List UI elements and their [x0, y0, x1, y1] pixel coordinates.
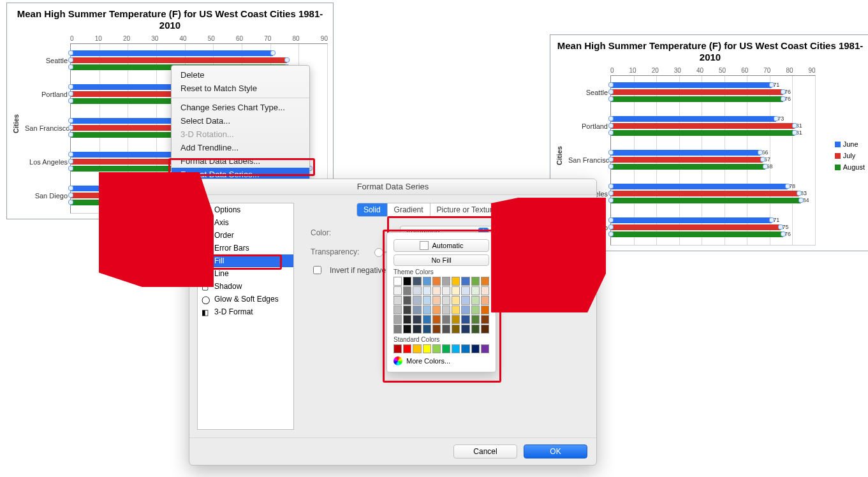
color-swatch[interactable] [442, 305, 450, 314]
color-swatch[interactable] [452, 286, 460, 295]
menu-item[interactable]: Format Data Labels... [172, 154, 309, 168]
color-swatch[interactable] [442, 277, 450, 286]
color-swatch[interactable] [452, 344, 460, 353]
color-swatch[interactable] [461, 305, 469, 314]
color-swatch[interactable] [423, 277, 431, 286]
color-swatch[interactable] [413, 277, 421, 286]
tab-gradient[interactable]: Gradient [388, 203, 430, 216]
color-swatch[interactable] [481, 286, 489, 295]
bar[interactable]: 76 [611, 96, 783, 102]
color-swatch[interactable] [403, 296, 411, 305]
color-swatch[interactable] [394, 344, 402, 353]
color-swatch[interactable] [481, 296, 489, 305]
color-swatch[interactable] [452, 296, 460, 305]
color-swatch[interactable] [452, 305, 460, 314]
color-swatch[interactable] [423, 325, 431, 334]
bar[interactable]: 67 [611, 157, 763, 163]
menu-item[interactable]: Select Data... [172, 114, 309, 128]
bar[interactable]: 83 [611, 191, 799, 196]
color-swatch[interactable] [413, 305, 421, 314]
bar[interactable]: 71 [611, 217, 772, 223]
bar[interactable]: 76 [611, 231, 783, 237]
color-swatch[interactable] [432, 286, 441, 295]
color-swatch[interactable] [413, 325, 421, 334]
color-swatch[interactable] [394, 296, 402, 305]
color-swatch[interactable] [461, 277, 469, 286]
color-swatch[interactable] [481, 277, 489, 286]
bar[interactable]: 81 [611, 130, 795, 136]
color-swatch[interactable] [413, 315, 421, 324]
standard-colors-row[interactable] [394, 344, 489, 353]
color-swatch[interactable] [461, 286, 469, 295]
menu-item[interactable]: Reset to Match Style [172, 82, 309, 95]
color-swatch[interactable] [413, 286, 421, 295]
color-swatch[interactable] [432, 277, 441, 286]
color-swatch[interactable] [471, 305, 480, 314]
color-swatch[interactable] [471, 344, 480, 353]
bar[interactable] [71, 57, 287, 63]
plot-area[interactable]: 717676738181666768788384717576 [610, 75, 816, 246]
color-swatch[interactable] [481, 325, 489, 334]
color-swatch[interactable] [423, 315, 431, 324]
bar[interactable]: 84 [611, 198, 801, 203]
color-swatch[interactable] [432, 325, 441, 334]
color-swatch[interactable] [423, 296, 431, 305]
color-swatch[interactable] [471, 277, 480, 286]
color-swatch[interactable] [461, 296, 469, 305]
cancel-button[interactable]: Cancel [453, 444, 517, 459]
bar[interactable]: 73 [611, 116, 776, 122]
color-swatch[interactable] [413, 344, 421, 353]
nofill-button[interactable]: No Fill [394, 254, 489, 266]
more-colors-button[interactable]: More Colors... [394, 354, 489, 368]
color-swatch[interactable] [413, 296, 421, 305]
bar[interactable]: 81 [611, 123, 795, 129]
bar[interactable]: 78 [611, 184, 788, 189]
bar[interactable] [71, 50, 273, 56]
color-swatch[interactable] [403, 344, 411, 353]
color-swatch[interactable] [481, 305, 489, 314]
color-swatch[interactable] [403, 286, 411, 295]
color-swatch[interactable] [394, 315, 402, 324]
color-swatch[interactable] [471, 296, 480, 305]
color-picker-popover[interactable]: Automatic No Fill Theme Colors Standard … [386, 232, 496, 372]
automatic-button[interactable]: Automatic [394, 239, 489, 252]
color-swatch[interactable] [461, 315, 469, 324]
color-swatch[interactable] [394, 325, 402, 334]
color-swatch[interactable] [481, 315, 489, 324]
context-menu[interactable]: DeleteReset to Match StyleChange Series … [171, 65, 310, 184]
color-swatch[interactable] [403, 277, 411, 286]
color-swatch[interactable] [442, 286, 450, 295]
menu-item[interactable]: Delete [172, 68, 309, 82]
color-swatch[interactable] [452, 325, 460, 334]
color-swatch[interactable] [403, 325, 411, 334]
color-swatch[interactable] [394, 277, 402, 286]
bar[interactable]: 71 [611, 82, 772, 88]
sidebar-item-glow-soft-edges[interactable]: ◯Glow & Soft Edges [198, 293, 293, 305]
color-swatch[interactable] [442, 344, 450, 353]
bar[interactable]: 66 [611, 150, 760, 156]
color-swatch[interactable] [471, 286, 480, 295]
color-swatch[interactable] [403, 315, 411, 324]
color-swatch[interactable] [452, 277, 460, 286]
menu-item[interactable]: 3-D Rotation... [172, 128, 309, 141]
theme-colors-grid[interactable] [394, 277, 489, 334]
color-swatch[interactable] [481, 344, 489, 353]
color-swatch[interactable] [423, 305, 431, 314]
bar[interactable]: 76 [611, 89, 783, 95]
color-swatch[interactable] [442, 325, 450, 334]
menu-item[interactable]: Add Trendline... [172, 141, 309, 154]
ok-button[interactable]: OK [524, 444, 587, 459]
color-swatch[interactable] [432, 315, 441, 324]
bar[interactable]: 68 [611, 164, 765, 170]
color-swatch[interactable] [461, 325, 469, 334]
color-swatch[interactable] [432, 344, 441, 353]
color-swatch[interactable] [432, 305, 441, 314]
color-swatch[interactable] [423, 344, 431, 353]
color-swatch[interactable] [452, 315, 460, 324]
color-swatch[interactable] [471, 315, 480, 324]
color-swatch[interactable] [442, 315, 450, 324]
color-swatch[interactable] [461, 344, 469, 353]
menu-item[interactable]: Change Series Chart Type... [172, 101, 309, 114]
color-swatch[interactable] [432, 296, 441, 305]
invert-checkbox[interactable] [313, 266, 321, 274]
